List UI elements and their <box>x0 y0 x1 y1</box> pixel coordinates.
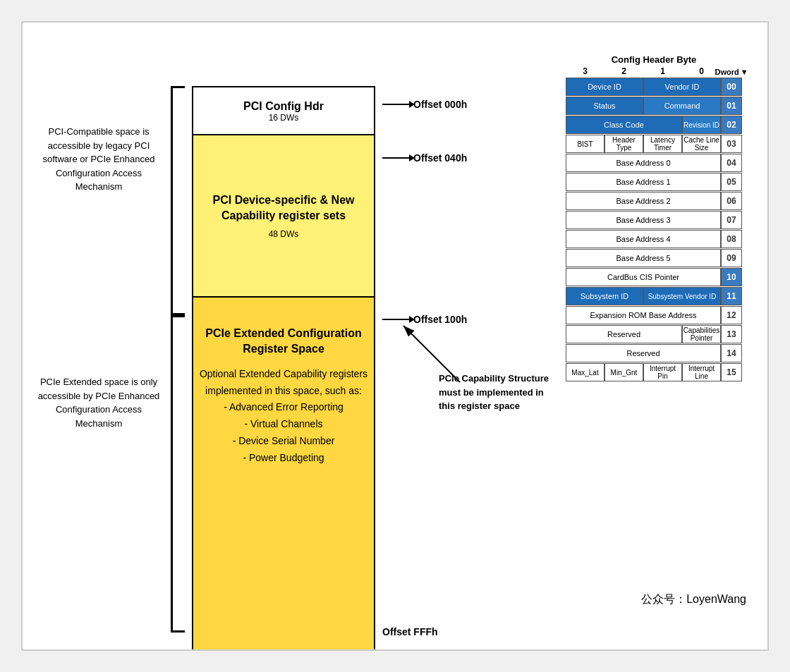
pci-device-specific-title: PCI Device-specific & New Capability reg… <box>199 193 368 224</box>
dword-09: 09 <box>721 249 742 267</box>
pci-config-hdr-box: PCI Config Hdr 16 DWs <box>192 86 375 135</box>
cell-device-id: Device ID <box>566 78 643 96</box>
watermark: 公众号：LoyenWang <box>641 592 746 607</box>
cell-latency-timer: Latency Timer <box>643 135 682 153</box>
offset-040h: Offset 040h <box>382 152 467 164</box>
config-row-12: Expansion ROM Base Address 12 <box>566 306 742 324</box>
cell-base-addr-2: Base Address 2 <box>566 192 721 210</box>
main-container: PCI-Compatible space is accessible by le… <box>21 21 769 651</box>
cell-reserved-14: Reserved <box>566 344 721 362</box>
dword-04: 04 <box>721 154 742 172</box>
config-row-06: Base Address 2 06 <box>566 192 742 210</box>
config-row-03: BIST Header Type Latency Timer Cache Lin… <box>566 135 742 153</box>
col-header-2: 2 <box>604 66 643 76</box>
offset-fffh: Offset FFFh <box>382 626 438 637</box>
cell-base-addr-1: Base Address 1 <box>566 173 721 191</box>
pcie-extended-title: PCIe Extended Configuration Register Spa… <box>199 326 368 358</box>
arrow-040h <box>382 157 411 159</box>
config-row-02: Class Code Revision ID 02 <box>566 116 742 134</box>
cell-command: Command <box>643 97 721 115</box>
cell-reserved-13: Reserved <box>566 325 682 343</box>
pci-device-dws: 48 DWs <box>269 229 299 239</box>
config-row-01: Status Command 01 <box>566 97 742 115</box>
pcie-extended-content: Optional Extended Capability registers i… <box>199 366 368 467</box>
col-header-1: 1 <box>643 66 682 76</box>
config-row-14: Reserved 14 <box>566 344 742 362</box>
cell-expansion-rom: Expansion ROM Base Address <box>566 306 721 324</box>
dword-03: 03 <box>721 135 742 153</box>
cell-base-addr-3: Base Address 3 <box>566 211 721 229</box>
config-row-00: Device ID Vendor ID 00 <box>566 78 742 96</box>
pci-device-specific-box: PCI Device-specific & New Capability reg… <box>192 135 375 298</box>
dword-15: 15 <box>721 363 742 381</box>
config-row-15: Max_Lat Min_Gnt Interrupt Pin Interrupt … <box>566 363 742 381</box>
dword-12: 12 <box>721 306 742 324</box>
dword-13: 13 <box>721 325 742 343</box>
dword-00: 00 <box>721 78 742 96</box>
cell-interrupt-line: Interrupt Line <box>682 363 721 381</box>
dword-02: 02 <box>721 116 742 134</box>
cell-header-type: Header Type <box>604 135 643 153</box>
cell-vendor-id: Vendor ID <box>643 78 721 96</box>
config-row-07: Base Address 3 07 <box>566 211 742 229</box>
config-row-04: Base Address 0 04 <box>566 154 742 172</box>
dword-11: 11 <box>721 287 742 305</box>
cell-subsystem-id: Subsystem ID <box>566 287 643 305</box>
cell-class-code: Class Code <box>566 116 682 134</box>
bracket-lower <box>171 315 185 633</box>
config-header-title: Config Header Byte <box>566 54 742 65</box>
cell-subsystem-vendor-id: Subsystem Vendor ID <box>643 287 721 305</box>
pcie-capability-text: PCIe Capability Structure must be implem… <box>439 372 552 413</box>
diagram-box: PCI Config Hdr 16 DWs PCI Device-specifi… <box>192 86 375 651</box>
left-text-lower: PCIe Extended space is only accessible b… <box>35 375 162 430</box>
cell-base-addr-0: Base Address 0 <box>566 154 721 172</box>
dword-10: 10 <box>721 268 742 286</box>
pci-config-hdr-subtitle: 16 DWs <box>269 113 299 123</box>
dword-07: 07 <box>721 211 742 229</box>
config-row-08: Base Address 4 08 <box>566 230 742 248</box>
dword-14: 14 <box>721 344 742 362</box>
offset-100h: Offset 100h <box>382 314 467 325</box>
config-table-area: Config Header Byte 3 2 1 0 Dword ▼ Devic… <box>566 54 742 382</box>
dword-05: 05 <box>721 173 742 191</box>
dword-08: 08 <box>721 230 742 248</box>
cell-capabilities-pointer: Capabilities Pointer <box>682 325 721 343</box>
cell-base-addr-5: Base Address 5 <box>566 249 721 267</box>
config-row-13: Reserved Capabilities Pointer 13 <box>566 325 742 343</box>
dword-01: 01 <box>721 97 742 115</box>
config-row-05: Base Address 1 05 <box>566 173 742 191</box>
dword-header: Dword ▼ <box>721 68 742 76</box>
col-headers-row: 3 2 1 0 Dword ▼ <box>566 66 742 76</box>
left-text-upper: PCI-Compatible space is accessible by le… <box>35 125 162 194</box>
col-header-3: 3 <box>566 66 604 76</box>
arrow-000h <box>382 104 411 105</box>
cell-bist: BIST <box>566 135 604 153</box>
bracket-upper <box>171 86 185 315</box>
cell-max-lat: Max_Lat <box>566 363 604 381</box>
dword-06: 06 <box>721 192 742 210</box>
cell-min-gnt: Min_Gnt <box>604 363 643 381</box>
cell-cardbus-cis: CardBus CIS Pointer <box>566 268 721 286</box>
cell-revision-id: Revision ID <box>682 116 721 134</box>
cell-base-addr-4: Base Address 4 <box>566 230 721 248</box>
cell-interrupt-pin: Interrupt Pin <box>643 363 682 381</box>
config-row-09: Base Address 5 09 <box>566 249 742 267</box>
arrow-100h <box>382 319 411 320</box>
pcie-extended-box: PCIe Extended Configuration Register Spa… <box>192 298 375 651</box>
cell-cache-line-size: Cache Line Size <box>682 135 721 153</box>
config-row-10: CardBus CIS Pointer 10 <box>566 268 742 286</box>
pci-config-hdr-title: PCI Config Hdr <box>243 100 324 113</box>
cell-status: Status <box>566 97 643 115</box>
offset-000h: Offset 000h <box>382 99 467 110</box>
config-row-11: Subsystem ID Subsystem Vendor ID 11 <box>566 287 742 305</box>
